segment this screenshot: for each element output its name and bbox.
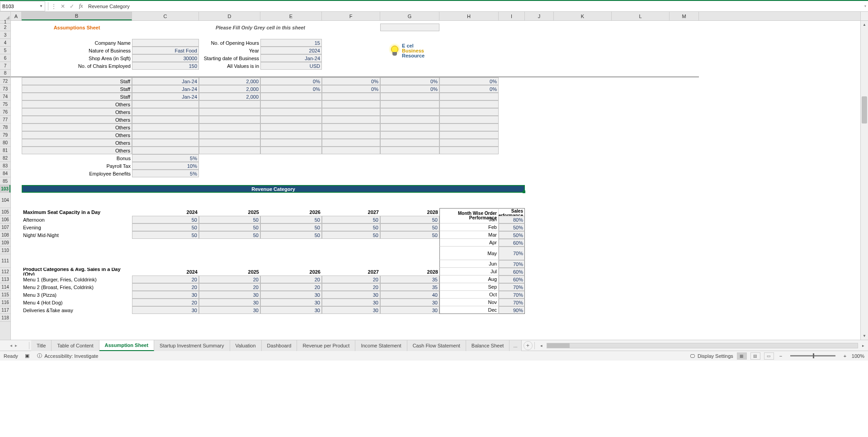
cell[interactable]: 5% — [132, 170, 199, 177]
sheet-tab[interactable]: Revenue per Product — [297, 340, 355, 351]
cell[interactable] — [11, 139, 22, 147]
cell[interactable] — [670, 131, 699, 139]
cell[interactable] — [439, 139, 499, 147]
cell[interactable]: 50 — [199, 216, 260, 223]
cell[interactable] — [554, 54, 612, 62]
cell[interactable] — [439, 108, 499, 116]
cell[interactable] — [132, 24, 199, 31]
cell[interactable] — [670, 223, 699, 231]
cell[interactable] — [380, 124, 439, 131]
cell[interactable] — [499, 93, 525, 100]
cell[interactable] — [322, 154, 380, 162]
cell[interactable]: 30 — [199, 291, 260, 299]
cell[interactable] — [11, 124, 22, 131]
cell[interactable] — [554, 216, 612, 223]
cell[interactable] — [554, 239, 612, 247]
cell[interactable] — [380, 24, 439, 31]
row-header-72[interactable]: 72 — [0, 77, 10, 85]
cell[interactable] — [554, 139, 612, 147]
cell[interactable] — [11, 239, 22, 247]
cell[interactable]: 50 — [380, 216, 439, 223]
cell[interactable]: 40 — [380, 291, 439, 299]
cell[interactable] — [11, 170, 22, 177]
cell[interactable]: May — [439, 247, 499, 260]
cell[interactable] — [199, 239, 260, 247]
cell[interactable] — [260, 124, 322, 131]
vertical-scrollbar[interactable]: ▲ ▼ — [860, 21, 868, 340]
cell[interactable] — [670, 124, 699, 131]
cell[interactable] — [525, 62, 554, 70]
cell[interactable] — [670, 139, 699, 147]
cell[interactable]: 20 — [260, 283, 322, 291]
cell[interactable]: 150 — [132, 62, 199, 70]
cell[interactable]: 35 — [380, 283, 439, 291]
cell[interactable]: Sep — [439, 283, 499, 291]
cell[interactable]: Fast Food — [132, 47, 199, 54]
cell[interactable] — [499, 85, 525, 93]
cells-area[interactable]: Assumptions SheetPlease Fill Only Grey c… — [11, 21, 860, 340]
cell[interactable]: 20 — [322, 276, 380, 283]
cell[interactable] — [11, 116, 22, 124]
cell[interactable]: 50 — [380, 223, 439, 231]
col-header-M[interactable]: M — [670, 12, 699, 20]
cell[interactable]: No. of Opening Hours — [199, 39, 260, 47]
cell[interactable] — [499, 39, 525, 47]
cell[interactable]: 2026 — [260, 208, 322, 216]
cell[interactable]: 15 — [260, 39, 322, 47]
col-header-D[interactable]: D — [199, 12, 260, 20]
add-sheet-button[interactable]: + — [524, 341, 533, 350]
cell[interactable] — [612, 62, 670, 70]
cell[interactable] — [554, 131, 612, 139]
cell[interactable] — [322, 260, 380, 268]
cell[interactable] — [260, 116, 322, 124]
cell[interactable] — [380, 116, 439, 124]
cell[interactable] — [322, 93, 380, 100]
cell[interactable] — [554, 93, 612, 100]
cell[interactable] — [11, 70, 699, 77]
cell[interactable] — [612, 93, 670, 100]
row-header-81[interactable]: 81 — [0, 147, 10, 154]
name-box-dropdown-icon[interactable]: ▼ — [39, 4, 43, 8]
cell[interactable] — [670, 24, 699, 31]
cell[interactable] — [554, 268, 612, 276]
cell[interactable] — [11, 260, 22, 268]
cell[interactable] — [439, 39, 499, 47]
cell[interactable] — [525, 170, 554, 177]
cell[interactable] — [525, 93, 554, 100]
cancel-icon[interactable]: ✕ — [58, 3, 67, 10]
cell[interactable]: 2024 — [132, 268, 199, 276]
cell[interactable] — [612, 85, 670, 93]
zoom-out-button[interactable]: − — [778, 353, 784, 359]
cell[interactable] — [525, 208, 554, 216]
cell[interactable]: All Values is in — [199, 62, 260, 70]
cell[interactable]: Please Fill Only Grey cell in this sheet — [199, 24, 322, 31]
cell[interactable] — [199, 124, 260, 131]
cell[interactable] — [11, 185, 22, 200]
cell[interactable] — [322, 116, 380, 124]
cell[interactable]: USD — [260, 62, 322, 70]
cell[interactable]: 50 — [322, 223, 380, 231]
row-header-103[interactable]: 103 — [0, 185, 10, 193]
cell[interactable] — [612, 139, 670, 147]
cell[interactable] — [322, 239, 380, 247]
cell[interactable] — [322, 24, 380, 31]
cell[interactable]: Company Name — [22, 39, 132, 47]
cell[interactable] — [260, 162, 322, 170]
cell[interactable] — [525, 147, 554, 154]
sheet-tab[interactable]: Assumption Sheet — [99, 340, 155, 351]
cell[interactable] — [380, 147, 439, 154]
cell[interactable]: Oct — [439, 291, 499, 299]
cell[interactable] — [612, 162, 670, 170]
row-header-112[interactable]: 112 — [0, 268, 10, 276]
row-header-77[interactable]: 77 — [0, 116, 10, 124]
cell[interactable] — [11, 200, 22, 208]
row-header-74[interactable]: 74 — [0, 93, 10, 100]
cell[interactable] — [199, 116, 260, 124]
cell[interactable]: 50 — [380, 231, 439, 239]
cell[interactable] — [554, 24, 612, 31]
cell[interactable] — [612, 185, 670, 200]
cell[interactable]: 50 — [132, 223, 199, 231]
cell[interactable] — [612, 170, 670, 177]
cell[interactable]: 30 — [199, 306, 260, 314]
cell[interactable] — [670, 147, 699, 154]
